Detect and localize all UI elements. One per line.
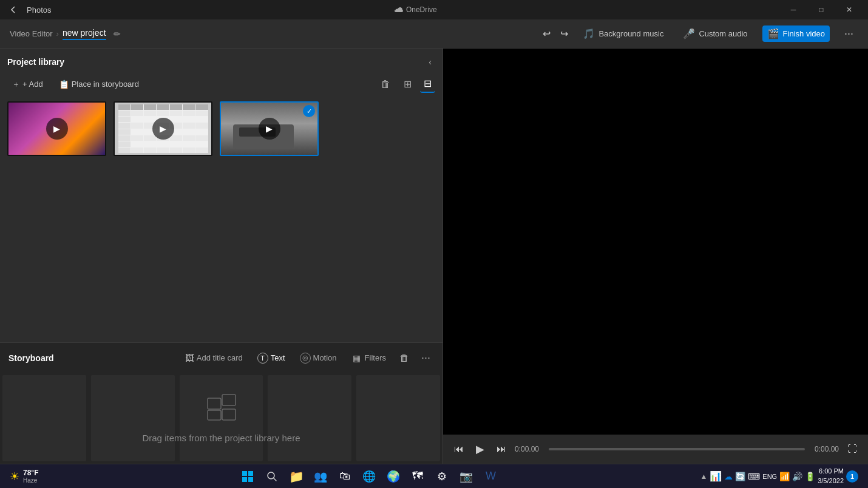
project-library-title: Project library [7,57,64,67]
back-button[interactable] [5,1,22,18]
grid-view-button[interactable]: ⊞ [400,76,415,92]
breadcrumb: Video Editor › new project [10,28,106,40]
notification-badge[interactable]: 1 [846,470,858,483]
more-options-button[interactable]: ··· [839,25,858,42]
breadcrumb-separator: › [56,29,59,38]
list-view-button[interactable]: ⊟ [420,75,435,93]
storyboard-slot [2,375,86,461]
show-hidden-icons-button[interactable]: ▲ [700,472,707,481]
maximize-button[interactable]: □ [807,0,835,19]
redo-button[interactable]: ↪ [560,28,568,39]
undo-button[interactable]: ↩ [543,28,551,39]
place-in-storyboard-button[interactable]: 📋 Place in storyboard [53,77,145,92]
custom-audio-button[interactable]: 🎤 Custom audio [678,25,752,42]
play-overlay: ▶ [115,103,211,155]
left-panel: Project library ‹ ＋ + Add 📋 Place in sto… [0,49,443,464]
music-icon: 🎵 [583,28,595,39]
custom-audio-label: Custom audio [699,29,747,38]
store-button[interactable]: 🛍 [334,466,356,487]
onedrive-area: OneDrive [394,5,437,15]
storyboard-actions: 🖼 Add title card T Text ◎ Motion ▦ Filte… [180,349,434,367]
video-preview [443,49,868,435]
onedrive-label: OneDrive [406,5,437,14]
title-bar: Photos OneDrive ─ □ ✕ [0,0,868,19]
library-toolbar: ＋ + Add 📋 Place in storyboard 🗑 ⊞ ⊟ [7,75,435,93]
teams-button[interactable]: 👥 [310,466,331,487]
motion-button[interactable]: ◎ Motion [295,350,342,366]
skip-forward-button[interactable]: ⏭ [493,441,510,457]
selected-badge: ✓ [303,105,315,117]
collapse-library-button[interactable]: ‹ [425,56,435,68]
onedrive-tray-icon[interactable]: ☁ [724,472,733,481]
media-grid: ▶ [7,101,435,156]
minimize-button[interactable]: ─ [779,0,807,19]
play-circle: ▶ [259,118,280,140]
taskbar: ☀ 78°F Haze 📁 👥 🛍 🌐 🌍 🗺 ⚙ 📷 W ▲ 📊 ☁ 🔄 [0,464,868,488]
background-music-button[interactable]: 🎵 Background music [578,25,668,42]
storyboard-delete-button[interactable]: 🗑 [396,350,413,366]
filters-button[interactable]: ▦ Filters [347,350,391,366]
project-library-header: Project library ‹ [7,56,435,68]
edit-project-name-button[interactable]: ✏ [114,29,121,39]
keyboard-icon[interactable]: ⌨ [748,472,760,481]
word-button[interactable]: W [480,466,501,487]
play-circle: ▶ [152,118,174,140]
right-panel: ⏮ ▶ ⏭ 0:00.00 0:00.00 ⛶ [443,49,868,464]
media-item[interactable]: ▶ [7,101,106,156]
settings-button[interactable]: ⚙ [431,466,453,487]
weather-icon: ☀ [10,470,19,483]
equalizer-icon[interactable]: 📊 [710,470,722,482]
clock[interactable]: 6:00 PM 3/5/2022 [818,467,844,486]
svg-rect-6 [242,477,247,482]
storyboard-title: Storyboard [8,353,54,363]
breadcrumb-parent[interactable]: Video Editor [10,29,53,38]
volume-icon[interactable]: 🔊 [792,472,802,481]
finish-video-button[interactable]: 🎬 Finish video [762,25,830,42]
language-button[interactable]: ENG [762,473,777,480]
weather-temp: 78°F [23,469,38,477]
video-controls: ⏮ ▶ ⏭ 0:00.00 0:00.00 ⛶ [443,435,868,464]
media-item[interactable]: ▶ ✓ [220,101,319,156]
add-label: + Add [22,80,43,89]
audio-icon: 🎤 [683,28,695,39]
weather-widget[interactable]: ☀ 78°F Haze [5,469,43,484]
media-item[interactable]: ▶ [114,101,212,156]
filters-icon: ▦ [351,353,362,364]
progress-bar[interactable] [549,448,805,450]
onedrive-icon [394,5,404,15]
update-icon[interactable]: 🔄 [735,472,745,481]
storyboard-slot [180,375,263,461]
skip-back-button[interactable]: ⏮ [450,441,467,457]
system-tray: ▲ 📊 ☁ 🔄 ⌨ ENG 📶 🔊 🔋 6:00 PM 3/5/2022 1 [695,467,863,486]
chrome-button[interactable]: 🌍 [382,466,404,487]
battery-icon[interactable]: 🔋 [805,472,815,481]
close-button[interactable]: ✕ [835,0,863,19]
wifi-icon[interactable]: 📶 [779,472,790,481]
windows-logo [242,471,253,482]
play-button[interactable]: ▶ [472,440,488,458]
delete-media-button[interactable]: 🗑 [376,76,395,92]
add-icon: ＋ [12,79,20,90]
place-label: Place in storyboard [72,80,139,89]
main-content: Project library ‹ ＋ + Add 📋 Place in sto… [0,49,868,464]
maps-button[interactable]: 🗺 [407,466,429,487]
text-icon: T [257,353,268,364]
add-title-card-label: Add title card [197,353,243,362]
edge-button[interactable]: 🌐 [358,466,380,487]
add-media-button[interactable]: ＋ + Add [7,76,48,92]
photos-app-button[interactable]: 📷 [455,466,477,487]
add-title-card-button[interactable]: 🖼 Add title card [180,350,248,365]
svg-rect-5 [248,471,253,476]
clock-date: 3/5/2022 [818,476,844,486]
fullscreen-button[interactable]: ⛶ [844,441,861,457]
total-time: 0:00.00 [815,445,839,453]
motion-icon: ◎ [300,353,311,364]
file-explorer-button[interactable]: 📁 [285,466,307,487]
storyboard-header: Storyboard 🖼 Add title card T Text ◎ Mot… [0,343,442,373]
project-name: new project [63,28,106,40]
storyboard-slot [91,375,175,461]
storyboard-more-button[interactable]: ··· [418,349,434,367]
search-button[interactable] [261,466,283,487]
start-button[interactable] [237,466,259,487]
text-button[interactable]: T Text [253,350,290,366]
